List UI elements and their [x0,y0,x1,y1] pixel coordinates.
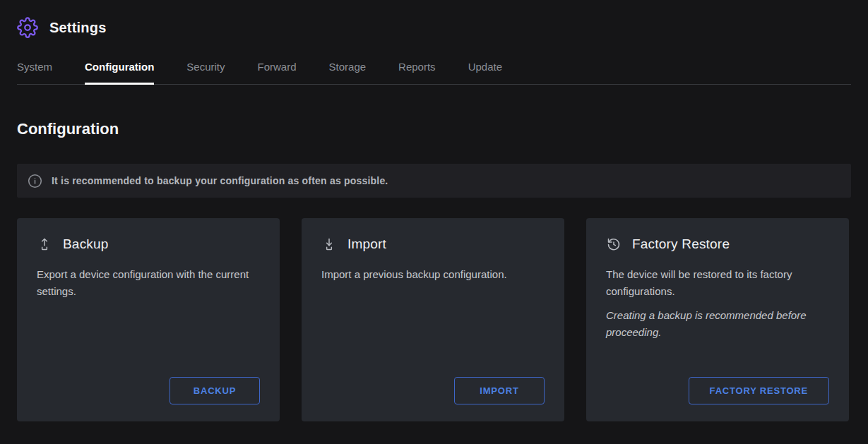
tab-configuration[interactable]: Configuration [85,54,154,85]
cards-row: Backup Export a device configuration wit… [17,218,849,421]
tab-forward[interactable]: Forward [258,54,297,85]
factory-restore-button[interactable]: FACTORY RESTORE [689,377,829,404]
backup-button[interactable]: BACKUP [170,377,260,404]
import-card-description: Import a previous backup configuration. [321,266,545,283]
notice-banner: It is recommended to backup your configu… [17,164,851,198]
tab-update[interactable]: Update [468,54,502,85]
notice-text: It is recommended to backup your configu… [52,175,388,186]
factory-restore-card-actions: FACTORY RESTORE [606,377,829,404]
settings-gear-icon [17,17,38,38]
factory-restore-card-note: Creating a backup is recommended before … [606,307,829,341]
tab-security[interactable]: Security [186,54,225,85]
factory-restore-card-header: Factory Restore [606,236,829,252]
restore-icon [606,236,622,252]
import-button[interactable]: IMPORT [454,377,545,404]
factory-restore-card-title: Factory Restore [632,236,730,252]
backup-card: Backup Export a device configuration wit… [17,218,280,421]
upload-icon [37,236,52,252]
import-card: Import Import a previous backup configur… [302,218,564,421]
import-card-header: Import [321,236,545,252]
factory-restore-card-description: The device will be restored to its facto… [606,266,829,300]
section-heading: Configuration [17,120,851,138]
page-header: Settings [0,0,868,44]
import-card-title: Import [347,236,386,252]
backup-card-description: Export a device configuration with the c… [37,266,260,300]
factory-restore-card: Factory Restore The device will be resto… [586,218,849,421]
backup-card-title: Backup [63,236,109,252]
import-card-actions: IMPORT [321,377,545,404]
tab-system[interactable]: System [17,54,52,85]
download-icon [321,236,337,252]
tab-reports[interactable]: Reports [398,54,436,85]
tab-storage[interactable]: Storage [329,54,367,85]
info-icon [28,174,42,188]
backup-card-header: Backup [37,236,260,252]
backup-card-actions: BACKUP [37,377,260,404]
tabs-bar: System Configuration Security Forward St… [17,54,851,85]
page-title: Settings [49,20,107,36]
